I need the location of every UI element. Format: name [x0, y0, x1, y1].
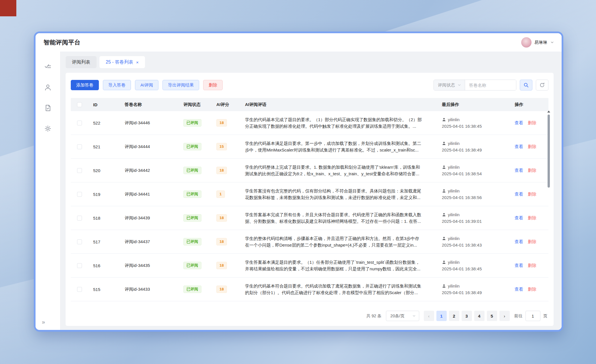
view-link[interactable]: 查看	[515, 215, 523, 220]
table-header: ID 答卷名称 评阅状态 AI评分 AI评阅评语 最后操作 操作	[71, 98, 548, 111]
export-results-button[interactable]: 导出评阅结果	[162, 80, 199, 90]
status-badge: 已评阅	[183, 214, 201, 222]
filter-combo: 评阅状态	[434, 80, 516, 90]
delete-link[interactable]: 删除	[528, 120, 536, 125]
goto-page-input[interactable]	[526, 311, 540, 321]
operation-time: 2025-04-01 16:39:01	[442, 219, 512, 224]
row-checkbox[interactable]	[77, 239, 82, 244]
person-icon	[442, 213, 446, 217]
delete-link[interactable]: 删除	[528, 263, 536, 268]
user-icon	[44, 84, 52, 91]
answer-name-input[interactable]	[465, 80, 516, 90]
scroll-up-arrow-icon[interactable]	[547, 111, 550, 113]
row-name: 评阅id-34437	[119, 239, 178, 245]
row-checkbox[interactable]	[77, 287, 82, 292]
person-icon	[442, 141, 446, 145]
row-checkbox[interactable]	[77, 121, 82, 125]
refresh-button[interactable]	[536, 80, 548, 90]
person-icon	[442, 165, 446, 169]
import-answer-button[interactable]: 导入答卷	[103, 80, 131, 90]
row-checkbox[interactable]	[77, 263, 82, 268]
view-link[interactable]: 查看	[515, 263, 523, 268]
tab-review-list[interactable]: 评阅列表	[66, 56, 97, 68]
score-badge: 15	[216, 143, 227, 150]
row-id: 521	[88, 144, 119, 149]
row-actions: 查看删除	[512, 168, 548, 173]
delete-link[interactable]: 删除	[528, 192, 536, 196]
page-button-5[interactable]: 5	[487, 311, 497, 321]
row-checkbox[interactable]	[77, 168, 82, 173]
page-size-select[interactable]: 20条/页	[386, 311, 419, 321]
table-row: 517 评阅id-34437 已评阅 18 学生的整体代码结构清晰，步骤基本正确…	[71, 230, 548, 254]
prev-page-button[interactable]: ‹	[424, 311, 434, 321]
next-page-button[interactable]: ›	[499, 311, 510, 321]
page-button-2[interactable]: 2	[449, 311, 459, 321]
person-icon	[442, 236, 446, 241]
delete-link[interactable]: 删除	[528, 144, 536, 149]
score-badge: 18	[216, 262, 227, 269]
search-button[interactable]	[520, 80, 532, 90]
ai-comment: 学生答案基本完成了所有任务，并且大体符合题目要求。代码使用了正确的库和函数来载入…	[245, 211, 423, 225]
sidebar-collapse-button[interactable]: »	[42, 319, 45, 325]
row-name: 评阅id-34439	[119, 215, 178, 221]
scrollbar-thumb[interactable]	[548, 115, 550, 188]
sidebar-item-users[interactable]	[44, 84, 52, 91]
close-icon[interactable]: ×	[136, 60, 139, 64]
delete-link[interactable]: 删除	[528, 287, 536, 292]
delete-link[interactable]: 删除	[528, 239, 536, 244]
score-badge: 18	[216, 286, 227, 293]
table-row: 519 评阅id-34441 已评阅 1 学生答案没有包含完整的代码，仅有部分结…	[71, 182, 548, 206]
operator-name: yilinlin	[448, 188, 460, 193]
sidebar-item-settings[interactable]	[44, 125, 52, 132]
tab-answer-sheet-list[interactable]: 25 - 答卷列表 ×	[99, 56, 145, 68]
last-operation: yilinlin 2025-04-01 16:38:54	[440, 165, 512, 176]
avatar[interactable]	[521, 37, 532, 48]
app-window: 智能评阅平台 易琳琳	[34, 32, 563, 332]
row-checkbox[interactable]	[77, 216, 82, 221]
page-button-1[interactable]: 1	[436, 311, 447, 321]
row-name: 评阅id-34441	[119, 192, 178, 197]
pagination: 共 92 条 20条/页 ‹ 12345 › 前往	[71, 306, 548, 326]
operator-name: yilinlin	[448, 236, 460, 241]
ai-comment: 学生的代码基本满足题目要求。第一步中，成功加载了数据，并划分成训练集和测试集。第…	[245, 140, 423, 154]
ai-review-button[interactable]: AI评阅	[135, 80, 158, 90]
ai-comment: 学生的代码基本完成了题目的要求。（1）部分代码正确实现了数据集的加载和切分。（2…	[245, 116, 423, 130]
status-badge: 已评阅	[183, 190, 201, 198]
review-status-select[interactable]: 评阅状态	[434, 80, 465, 90]
sidebar-item-review-list[interactable]	[44, 63, 52, 70]
view-link[interactable]: 查看	[515, 144, 523, 149]
table-row: 518 评阅id-34439 已评阅 18 学生答案基本完成了所有任务，并且大体…	[71, 206, 548, 230]
operator-name: yilinlin	[448, 284, 460, 288]
operation-time: 2025-04-01 16:38:45	[442, 124, 512, 129]
page-button-3[interactable]: 3	[462, 311, 472, 321]
person-icon	[442, 260, 446, 264]
user-menu[interactable]: 易琳琳	[521, 37, 554, 48]
view-link[interactable]: 查看	[515, 287, 523, 292]
delete-link[interactable]: 删除	[528, 215, 536, 220]
row-name: 评阅id-34442	[119, 168, 178, 173]
table-scrollbar[interactable]	[547, 113, 550, 302]
operator-name: yilinlin	[448, 141, 460, 146]
operation-time: 2025-04-01 16:38:49	[442, 290, 512, 295]
row-checkbox[interactable]	[77, 192, 82, 197]
select-all-checkbox[interactable]	[77, 102, 82, 107]
row-id: 519	[88, 192, 119, 197]
last-operation: yilinlin 2025-04-01 16:38:56	[440, 188, 512, 200]
page-button-4[interactable]: 4	[474, 311, 485, 321]
sidebar-item-answer-sheets[interactable]	[44, 104, 52, 112]
view-link[interactable]: 查看	[515, 192, 523, 196]
delete-button[interactable]: 删除	[203, 80, 223, 90]
chevron-down-icon	[412, 314, 416, 318]
add-answer-button[interactable]: 添加答卷	[71, 80, 99, 90]
row-actions: 查看删除	[512, 215, 548, 221]
last-operation: yilinlin 2025-04-01 16:39:01	[440, 212, 512, 224]
operation-time: 2025-04-01 16:38:45	[442, 266, 512, 271]
col-header-name: 答卷名称	[119, 102, 178, 107]
tab-label: 评阅列表	[72, 59, 90, 65]
view-link[interactable]: 查看	[515, 120, 523, 125]
row-checkbox[interactable]	[77, 144, 82, 149]
view-link[interactable]: 查看	[515, 168, 523, 173]
person-icon	[442, 189, 446, 193]
delete-link[interactable]: 删除	[528, 168, 536, 173]
view-link[interactable]: 查看	[515, 239, 523, 244]
